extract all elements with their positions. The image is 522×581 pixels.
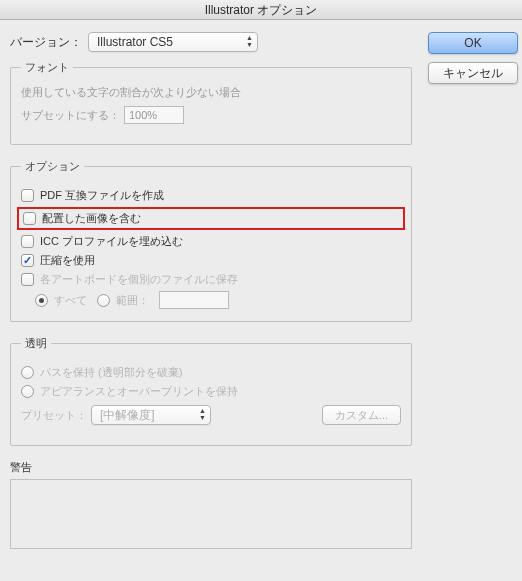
range-input[interactable] <box>159 291 229 309</box>
version-label: バージョン： <box>10 34 82 51</box>
radio-all[interactable] <box>35 294 48 307</box>
version-dropdown[interactable]: Illustrator CS5 ▲▼ <box>88 32 258 52</box>
font-hint: 使用している文字の割合が次より少ない場合 <box>21 85 401 100</box>
pdf-compat-label: PDF 互換ファイルを作成 <box>40 188 164 203</box>
preset-dropdown[interactable]: [中解像度] ▲▼ <box>91 405 211 425</box>
options-legend: オプション <box>21 159 84 174</box>
options-group: オプション PDF 互換ファイルを作成 配置した画像を含む ICC プロファイル… <box>10 159 412 322</box>
radio-all-label: すべて <box>54 293 87 308</box>
preset-value: [中解像度] <box>100 407 155 424</box>
checkbox-compress[interactable] <box>21 254 34 267</box>
checkbox-pdf-compat[interactable] <box>21 189 34 202</box>
font-group: フォント 使用している文字の割合が次より少ない場合 サブセットにする： 100% <box>10 60 412 145</box>
checkbox-save-artboards[interactable] <box>21 273 34 286</box>
font-legend: フォント <box>21 60 73 75</box>
radio-range-label: 範囲： <box>116 293 149 308</box>
radio-range[interactable] <box>97 294 110 307</box>
radio-preserve-appearance[interactable] <box>21 385 34 398</box>
radio-preserve-paths[interactable] <box>21 366 34 379</box>
cancel-button[interactable]: キャンセル <box>428 62 518 84</box>
transparency-group: 透明 パスを保持 (透明部分を破棄) アピアランスとオーバープリントを保持 プリ… <box>10 336 412 446</box>
subset-label: サブセットにする： <box>21 108 120 123</box>
version-value: Illustrator CS5 <box>97 35 173 49</box>
ok-button[interactable]: OK <box>428 32 518 54</box>
preset-label: プリセット： <box>21 408 87 423</box>
dialog-title: Illustrator オプション <box>205 3 318 17</box>
preserve-paths-label: パスを保持 (透明部分を破棄) <box>40 365 182 380</box>
updown-arrows-icon: ▲▼ <box>199 407 206 421</box>
dialog-content: バージョン： Illustrator CS5 ▲▼ フォント 使用している文字の… <box>0 20 522 561</box>
warnings-box <box>10 479 412 549</box>
checkbox-include-images[interactable] <box>23 212 36 225</box>
compress-label: 圧縮を使用 <box>40 253 95 268</box>
warnings-label: 警告 <box>10 460 412 475</box>
dialog-titlebar: Illustrator オプション <box>0 0 522 20</box>
preserve-appearance-label: アピアランスとオーバープリントを保持 <box>40 384 238 399</box>
save-artboards-label: 各アートボードを個別のファイルに保存 <box>40 272 238 287</box>
custom-button[interactable]: カスタム... <box>322 405 401 425</box>
checkbox-icc-profile[interactable] <box>21 235 34 248</box>
updown-arrows-icon: ▲▼ <box>246 34 253 48</box>
icc-profile-label: ICC プロファイルを埋め込む <box>40 234 183 249</box>
subset-input[interactable]: 100% <box>124 106 184 124</box>
transparency-legend: 透明 <box>21 336 51 351</box>
include-images-label: 配置した画像を含む <box>42 211 141 226</box>
